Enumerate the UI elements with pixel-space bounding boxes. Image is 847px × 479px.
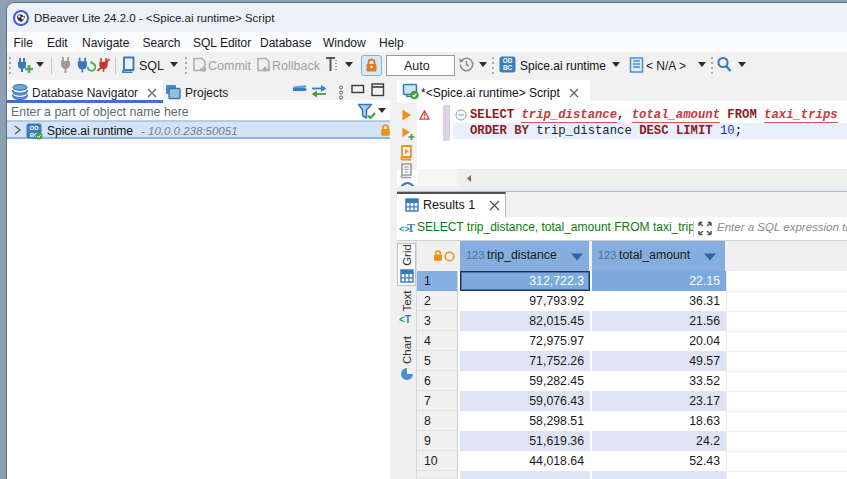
svg-text:OD: OD: [30, 125, 40, 131]
svg-text:BC: BC: [503, 64, 513, 71]
svg-text:OD: OD: [503, 57, 513, 64]
